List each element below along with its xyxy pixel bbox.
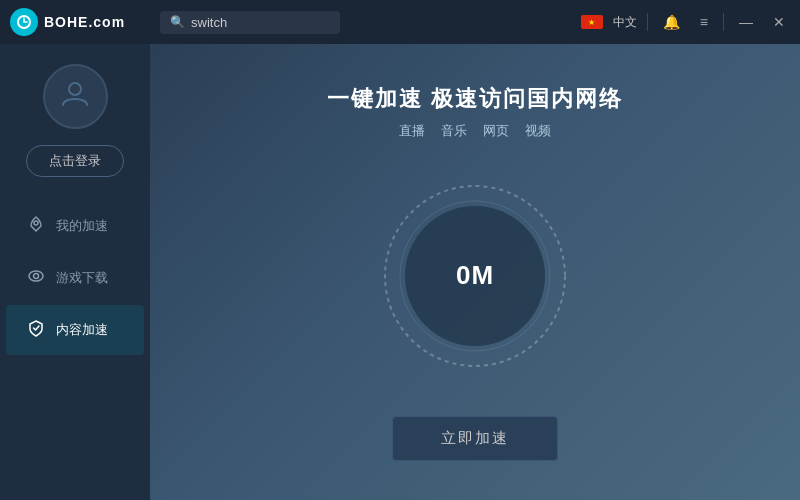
sidebar: 点击登录 我的加速 游戏下载 (0, 44, 150, 500)
rocket-icon (26, 215, 46, 237)
eye-icon (26, 267, 46, 289)
avatar (43, 64, 108, 129)
svg-point-4 (34, 274, 39, 279)
minimize-button[interactable]: — (734, 12, 758, 32)
svg-point-1 (69, 83, 81, 95)
flag-star: ★ (588, 18, 595, 27)
close-button[interactable]: ✕ (768, 12, 790, 32)
main-layout: 点击登录 我的加速 游戏下载 (0, 44, 800, 500)
accelerate-button[interactable]: 立即加速 (392, 416, 558, 461)
speed-inner: 0M (405, 206, 545, 346)
search-icon: 🔍 (170, 15, 185, 29)
logo-icon (10, 8, 38, 36)
svg-point-2 (34, 221, 38, 225)
shield-icon (26, 319, 46, 341)
search-input[interactable] (191, 15, 321, 30)
tag-web: 网页 (483, 122, 509, 140)
notifications-button[interactable]: 🔔 (658, 12, 685, 32)
main-title: 一键加速 极速访问国内网络 (327, 84, 623, 114)
speed-ring-container: 0M (375, 176, 575, 376)
speed-value: 0M (456, 260, 494, 291)
avatar-icon (59, 77, 91, 116)
login-button[interactable]: 点击登录 (26, 145, 124, 177)
sub-tags: 直播 音乐 网页 视频 (399, 122, 551, 140)
lang-text: 中文 (613, 14, 637, 31)
sidebar-label-content-acceleration: 内容加速 (56, 321, 108, 339)
search-bar[interactable]: 🔍 (160, 11, 340, 34)
sidebar-item-my-acceleration[interactable]: 我的加速 (6, 201, 144, 251)
sidebar-item-game-download[interactable]: 游戏下载 (6, 253, 144, 303)
content-area: 一键加速 极速访问国内网络 直播 音乐 网页 视频 0M 立即加速 (150, 44, 800, 500)
tag-live: 直播 (399, 122, 425, 140)
tag-music: 音乐 (441, 122, 467, 140)
menu-button[interactable]: ≡ (695, 12, 713, 32)
nav-items: 我的加速 游戏下载 内容加速 (0, 201, 150, 500)
sidebar-label-game-download: 游戏下载 (56, 269, 108, 287)
divider (647, 13, 648, 31)
flag-cn: ★ (581, 15, 603, 29)
titlebar: BOHE.com 🔍 ★ 中文 🔔 ≡ — ✕ (0, 0, 800, 44)
tag-video: 视频 (525, 122, 551, 140)
sidebar-label-my-acceleration: 我的加速 (56, 217, 108, 235)
titlebar-right: ★ 中文 🔔 ≡ — ✕ (581, 12, 790, 32)
svg-point-3 (29, 271, 43, 281)
logo-area: BOHE.com (10, 8, 160, 36)
logo-text: BOHE.com (44, 14, 125, 30)
sidebar-item-content-acceleration[interactable]: 内容加速 (6, 305, 144, 355)
divider2 (723, 13, 724, 31)
